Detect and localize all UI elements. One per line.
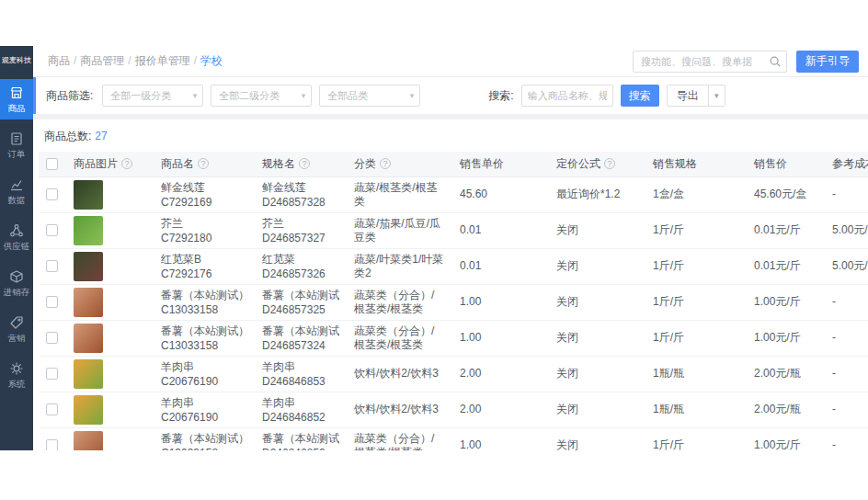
column-header: 商品名? [154,152,255,176]
product-thumb[interactable] [74,324,103,353]
export-button[interactable]: 导出 [667,85,709,107]
filter-select-0[interactable]: 全部一级分类▾ [102,85,203,107]
row-checkbox[interactable] [46,224,58,236]
row-checkbox[interactable] [46,368,58,380]
sidebar-item-data[interactable]: 数据 [0,171,33,211]
product-code: C7292180 [161,231,247,245]
category-cell: 饮料/饮料2/饮料3 [347,356,452,392]
product-count-value: 27 [95,130,107,142]
help-icon[interactable]: ? [380,158,391,169]
filterbar: 商品筛选: 全部一级分类▾全部二级分类▾全部品类▾ 搜索: 搜索 导出 ▾ [33,77,868,114]
row-checkbox[interactable] [46,188,58,200]
breadcrumb-separator: / [74,54,76,67]
unit-price-cell: 2.00 [452,392,549,427]
product-name: 羊肉串 [161,359,247,374]
column-header: 销售单价 [452,152,549,176]
sidebar-item-supply[interactable]: 供应链 [0,217,33,257]
category-cell: 蔬菜/根茎类/根茎类 [347,176,452,212]
product-thumb[interactable] [74,395,103,425]
sale-spec-cell: 1斤/斤 [645,248,747,284]
sidebar-item-label: 商品 [8,103,26,113]
product-thumb[interactable] [74,288,103,317]
unit-price-cell: 1.00 [452,320,549,356]
guide-button[interactable]: 新手引导 [796,51,859,73]
row-checkbox[interactable] [46,403,58,415]
breadcrumb-item[interactable]: 商品管理 [80,54,124,67]
spec-code: D246857326 [262,267,339,281]
column-header: 规格名? [255,152,347,176]
help-icon[interactable]: ? [604,158,615,169]
filter-select-1[interactable]: 全部二级分类▾ [211,85,312,107]
help-icon[interactable]: ? [299,158,310,169]
help-icon[interactable]: ? [121,158,132,169]
chevron-down-icon: ▾ [410,91,415,100]
category-cell: 蔬菜/茄果/瓜豆/瓜豆类 [347,212,452,248]
filter-label: 商品筛选: [46,88,93,104]
row-checkbox[interactable] [46,296,58,308]
chevron-down-icon: ▾ [193,91,198,100]
product-code: C20676190 [161,374,247,389]
sidebar-item-orders[interactable]: 订单 [0,125,33,165]
search-button[interactable]: 搜索 [621,85,659,107]
category-cell: 蔬菜/叶菜类1/叶菜类2 [347,248,452,284]
product-count: 商品总数:27 [44,129,868,144]
chevron-down-icon: ▾ [302,91,306,100]
product-search-input[interactable] [521,85,613,107]
sidebar-nav: 商品订单数据供应链进销存营销系统 [0,74,33,395]
help-icon[interactable]: ? [198,158,209,169]
breadcrumb-item[interactable]: 报价单管理 [135,54,190,67]
sale-spec-cell: 1斤/斤 [645,320,747,356]
spec-code: D246857327 [262,231,339,245]
select-all-checkbox[interactable] [46,158,58,170]
app-logo: 观麦科技 [0,46,33,74]
table-body: 鲜金线莲 C7292169 鲜金线莲 D246857328 蔬菜/根茎类/根茎类… [39,176,868,450]
product-thumb[interactable] [74,216,103,245]
pricing-formula-cell: 关闭 [549,284,645,320]
row-checkbox[interactable] [46,332,58,344]
sidebar-item-marketing[interactable]: 营销 [0,309,33,349]
global-search-input[interactable] [633,51,787,73]
export-dropdown-button[interactable]: ▾ [709,85,725,107]
sidebar-item-inventory[interactable]: 进销存 [0,263,33,303]
inventory-icon [9,269,24,284]
unit-price-cell: 1.00 [452,427,549,450]
pricing-formula-cell: 关闭 [549,320,645,356]
sidebar-item-goods[interactable]: 商品 [0,79,33,119]
supply-chain-icon [9,223,24,238]
orders-icon [9,131,24,146]
pricing-formula-cell: 关闭 [549,392,645,427]
sale-price-cell: 1.00元/斤 [747,284,825,320]
row-checkbox[interactable] [46,260,58,272]
unit-price-cell: 2.00 [452,356,549,392]
pricing-formula-cell: 关闭 [549,356,645,392]
system-icon [9,361,24,376]
product-thumb[interactable] [74,431,103,451]
ref-cost-cell: - [825,356,868,392]
sidebar-item-label: 供应链 [4,241,30,251]
category-cell: 蔬菜类（分合）/根茎类/根茎类 [347,427,452,450]
column-header: 商品图片? [66,152,154,176]
breadcrumb-item[interactable]: 商品 [48,54,70,67]
product-code: C20676190 [161,410,247,425]
unit-price-cell: 0.01 [452,248,549,284]
filter-select-2[interactable]: 全部品类▾ [319,85,420,107]
sale-price-cell: 2.00元/瓶 [747,392,825,427]
table-row: 番薯（本站测试） C13033158 番薯（本站测试） D246846850 蔬… [39,427,868,450]
sale-spec-cell: 1斤/斤 [645,284,747,320]
sale-price-cell: 1.00元/斤 [747,427,825,450]
sidebar-item-label: 进销存 [4,287,30,297]
goods-icon [9,85,24,100]
column-header: 分类? [347,152,452,176]
sidebar-item-system[interactable]: 系统 [0,355,33,395]
sale-spec-cell: 1瓶/瓶 [645,356,747,392]
search-label: 搜索: [488,88,513,104]
product-thumb[interactable] [74,359,103,389]
product-thumb[interactable] [74,252,103,281]
row-checkbox[interactable] [46,439,58,450]
column-header: 定价公式? [549,152,645,176]
ref-cost-cell: - [825,320,868,356]
search-icon [769,55,782,68]
sale-spec-cell: 1斤/斤 [645,427,747,450]
product-code: C13033158 [161,302,247,317]
product-thumb[interactable] [74,180,103,210]
